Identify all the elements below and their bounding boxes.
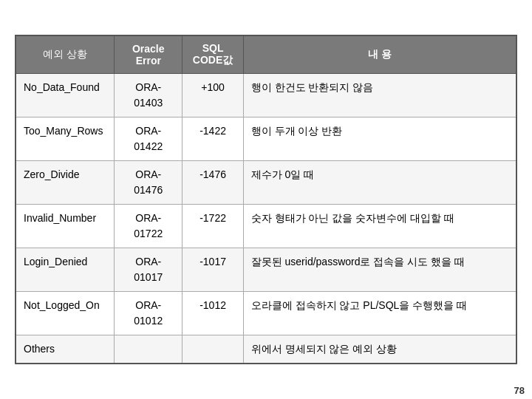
exception-table: 예외 상황 Oracle Error SQL CODE값 내 용 No_Data… bbox=[15, 35, 517, 364]
cell-exception: Login_Denied bbox=[16, 248, 115, 292]
table-wrapper: 예외 상황 Oracle Error SQL CODE값 내 용 No_Data… bbox=[15, 35, 517, 364]
table-row: Too_Many_RowsORA-01422-1422행이 두개 이상 반환 bbox=[16, 117, 516, 161]
cell-exception: Others bbox=[16, 335, 115, 364]
header-oracle-error: Oracle Error bbox=[115, 35, 183, 74]
cell-content: 행이 두개 이상 반환 bbox=[243, 117, 516, 161]
cell-sql-code: -1017 bbox=[183, 248, 243, 292]
cell-content: 제수가 0일 때 bbox=[243, 161, 516, 205]
cell-exception: Invalid_Number bbox=[16, 205, 115, 248]
table-row: Login_DeniedORA-01017-1017잘못된 userid/pas… bbox=[16, 248, 516, 292]
page-number: 78 bbox=[514, 385, 525, 396]
page-container: 예외 상황 Oracle Error SQL CODE값 내 용 No_Data… bbox=[0, 0, 532, 399]
cell-content: 잘못된 userid/password로 접속을 시도 했을 때 bbox=[243, 248, 516, 292]
cell-exception: Not_Logged_On bbox=[16, 292, 115, 335]
cell-oracle-error: ORA-01722 bbox=[115, 205, 183, 248]
cell-oracle-error: ORA-01422 bbox=[115, 117, 183, 161]
table-row: Zero_DivideORA-01476-1476제수가 0일 때 bbox=[16, 161, 516, 205]
cell-sql-code: -1012 bbox=[183, 292, 243, 335]
cell-sql-code: +100 bbox=[183, 74, 243, 117]
cell-sql-code bbox=[183, 335, 243, 364]
cell-exception: Zero_Divide bbox=[16, 161, 115, 205]
cell-content: 오라클에 접속하지 않고 PL/SQL을 수행했을 때 bbox=[243, 292, 516, 335]
header-sql-code: SQL CODE값 bbox=[183, 35, 243, 74]
cell-content: 숫자 형태가 아닌 값을 숫자변수에 대입할 때 bbox=[243, 205, 516, 248]
cell-oracle-error: ORA-01403 bbox=[115, 74, 183, 117]
table-header-row: 예외 상황 Oracle Error SQL CODE값 내 용 bbox=[16, 35, 516, 74]
cell-oracle-error bbox=[115, 335, 183, 364]
table-row: No_Data_FoundORA-01403+100행이 한건도 반환되지 않음 bbox=[16, 74, 516, 117]
cell-content: 행이 한건도 반환되지 않음 bbox=[243, 74, 516, 117]
cell-oracle-error: ORA-01476 bbox=[115, 161, 183, 205]
cell-oracle-error: ORA-01012 bbox=[115, 292, 183, 335]
cell-sql-code: -1722 bbox=[183, 205, 243, 248]
cell-oracle-error: ORA-01017 bbox=[115, 248, 183, 292]
cell-sql-code: -1422 bbox=[183, 117, 243, 161]
header-content: 내 용 bbox=[243, 35, 516, 74]
table-body: No_Data_FoundORA-01403+100행이 한건도 반환되지 않음… bbox=[16, 74, 516, 364]
cell-exception: No_Data_Found bbox=[16, 74, 115, 117]
cell-sql-code: -1476 bbox=[183, 161, 243, 205]
cell-content: 위에서 명세되지 않은 예외 상황 bbox=[243, 335, 516, 364]
cell-exception: Too_Many_Rows bbox=[16, 117, 115, 161]
table-row: Invalid_NumberORA-01722-1722숫자 형태가 아닌 값을… bbox=[16, 205, 516, 248]
header-exception: 예외 상황 bbox=[16, 35, 115, 74]
table-row: Others위에서 명세되지 않은 예외 상황 bbox=[16, 335, 516, 364]
table-row: Not_Logged_OnORA-01012-1012오라클에 접속하지 않고 … bbox=[16, 292, 516, 335]
